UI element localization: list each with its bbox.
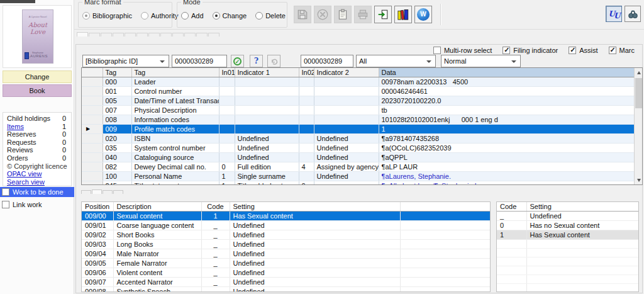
indicator1-cell[interactable] xyxy=(235,77,299,87)
row-selector-cell[interactable] xyxy=(82,181,103,186)
col-in02[interactable]: In02 xyxy=(299,68,314,77)
description-cell[interactable]: Accented Narrator xyxy=(113,278,201,287)
indicator2-cell[interactable] xyxy=(314,77,379,87)
tag-description-cell[interactable]: Date/Time of Latest Transaction xyxy=(131,96,219,106)
view-mode-dropdown[interactable]: Normal xyxy=(441,55,521,67)
code-cell[interactable]: _ xyxy=(201,268,230,278)
data-cell[interactable]: 20230720100220.0 xyxy=(379,96,635,106)
description-cell[interactable]: Female Narrator xyxy=(113,259,201,268)
col-tag-description[interactable]: Tag xyxy=(131,68,219,77)
stat-label[interactable]: Reviews xyxy=(7,146,33,154)
tab[interactable] xyxy=(208,33,219,37)
description-cell[interactable]: Violent content xyxy=(113,268,201,278)
position-cell[interactable]: 009/02 xyxy=(82,230,113,240)
in01-cell[interactable] xyxy=(219,96,235,106)
tab[interactable] xyxy=(113,33,124,37)
data-cell[interactable]: ¶aLP LAUR xyxy=(379,162,635,172)
code-cell[interactable]: 1 xyxy=(201,212,230,221)
tag-description-cell[interactable]: Cataloguing source xyxy=(131,153,219,162)
field-selector-dropdown[interactable]: [Bibliographic ID] xyxy=(82,55,169,67)
marc-row[interactable]: 040 Cataloguing source Undefined Undefin… xyxy=(82,153,635,162)
tag-cell[interactable]: 001 xyxy=(103,87,131,96)
scope-dropdown[interactable]: All xyxy=(356,55,436,67)
tag-cell[interactable]: 008 xyxy=(103,115,131,125)
row-selector-cell[interactable] xyxy=(82,162,103,172)
tab[interactable] xyxy=(136,33,148,37)
uu-toggle-button[interactable]: UU xyxy=(606,6,622,22)
code-row[interactable]: 009/02 Short Books _ Undefined xyxy=(82,230,490,240)
find-button[interactable] xyxy=(625,6,641,22)
scroll-down-button[interactable] xyxy=(635,176,643,184)
value-row[interactable]: _ Undefined xyxy=(497,212,638,221)
indicator2-cell[interactable] xyxy=(314,96,379,106)
data-cell[interactable]: 101028t20102001enkj 000 1 eng d xyxy=(379,115,635,125)
indicator2-cell[interactable]: Undefined xyxy=(314,172,379,181)
setting-cell[interactable]: Undefined xyxy=(230,249,400,259)
indicator1-cell[interactable] xyxy=(235,87,299,96)
value-setting-cell[interactable]: Has Sexual content xyxy=(526,230,638,240)
indicator1-cell[interactable]: Title added entry xyxy=(235,181,299,186)
col-code[interactable]: Code xyxy=(201,202,230,212)
col-position[interactable]: Position xyxy=(82,202,113,212)
print-button[interactable] xyxy=(354,6,372,23)
data-cell[interactable]: ¶aAll about love /¶cStephanie Laurens. xyxy=(379,181,635,186)
row-selector-cell[interactable] xyxy=(82,172,103,181)
tab[interactable] xyxy=(172,33,184,37)
position-cell[interactable]: 009/01 xyxy=(82,221,113,230)
tab[interactable] xyxy=(125,33,136,37)
row-selector-cell[interactable] xyxy=(82,153,103,162)
indicator2-cell[interactable]: Undefined xyxy=(314,134,379,144)
code-row[interactable]: 009/01 Coarse language content _ Undefin… xyxy=(82,221,490,230)
value-code-cell[interactable]: 0 xyxy=(497,221,526,230)
position-cell[interactable]: 009/03 xyxy=(82,240,113,249)
setting-cell[interactable]: Undefined xyxy=(230,230,400,240)
web-search-button[interactable]: W xyxy=(414,6,432,23)
tag-cell[interactable]: 082 xyxy=(103,162,131,172)
data-cell[interactable]: 000046246461 xyxy=(379,87,635,96)
code-row[interactable]: 009/04 Male Narrator _ Undefined xyxy=(82,249,490,259)
row-selector-cell[interactable] xyxy=(82,125,103,134)
link-work-checkbox[interactable] xyxy=(2,201,9,208)
in02-cell[interactable] xyxy=(299,115,314,125)
subfield-tab[interactable] xyxy=(103,190,113,194)
description-cell[interactable]: Sexual content xyxy=(113,212,201,221)
col-tag[interactable]: Tag xyxy=(103,68,131,77)
tag-description-cell[interactable]: Personal Name xyxy=(131,172,219,181)
tag-description-cell[interactable]: Physical Description xyxy=(131,106,219,115)
indicator1-cell[interactable] xyxy=(235,96,299,106)
marc-row[interactable]: 007 Physical Description tb xyxy=(82,106,635,115)
subfield-tab[interactable] xyxy=(113,190,123,194)
description-cell[interactable]: Long Books xyxy=(113,240,201,249)
indicator1-cell[interactable]: Single surname xyxy=(235,172,299,181)
stat-label[interactable]: Child holdings xyxy=(7,115,50,123)
multi-row-select-checkbox[interactable] xyxy=(433,47,441,54)
indicator2-cell[interactable]: Undefined xyxy=(314,153,379,162)
tag-cell[interactable]: 009 xyxy=(103,125,131,134)
in01-cell[interactable] xyxy=(219,134,235,144)
indicator2-cell[interactable] xyxy=(314,125,379,134)
bibliographic-id-input[interactable]: 0000030289 xyxy=(172,55,227,67)
position-cell[interactable]: 009/00 xyxy=(82,212,113,221)
row-selector-cell[interactable] xyxy=(82,87,103,96)
value-row[interactable]: 0 Has no Sexual content xyxy=(497,221,638,230)
tag-description-cell[interactable]: Leader xyxy=(131,77,219,87)
filing-indicator-checkbox[interactable] xyxy=(502,47,510,54)
indicator1-cell[interactable] xyxy=(235,106,299,115)
tag-description-cell[interactable]: Information codes xyxy=(131,115,219,125)
in01-cell[interactable]: 0 xyxy=(219,162,235,172)
col-data[interactable]: Data xyxy=(379,68,635,77)
tag-description-cell[interactable]: System control number xyxy=(131,144,219,153)
in02-cell[interactable]: 4 xyxy=(299,162,314,172)
tag-description-cell[interactable]: Control number xyxy=(131,87,219,96)
data-cell[interactable]: ¶a(OCoLC)682352039 xyxy=(379,144,635,153)
book-button[interactable]: Book xyxy=(3,84,72,97)
in02-cell[interactable] xyxy=(299,87,314,96)
marc-row[interactable]: 020 ISBN Undefined Undefined ¶a978140743… xyxy=(82,134,635,144)
value-row[interactable]: 1 Has Sexual content xyxy=(497,230,638,240)
book-cover-image[interactable]: A Cynster Novel About Love Stephanie LAU… xyxy=(22,9,53,64)
indicator2-cell[interactable]: Assigned by agency oth... xyxy=(314,162,379,172)
stat-label[interactable]: Items xyxy=(7,123,24,131)
in01-cell[interactable] xyxy=(219,87,235,96)
tag-cell[interactable]: 020 xyxy=(103,134,131,144)
tag-cell[interactable]: 000 xyxy=(103,77,131,87)
